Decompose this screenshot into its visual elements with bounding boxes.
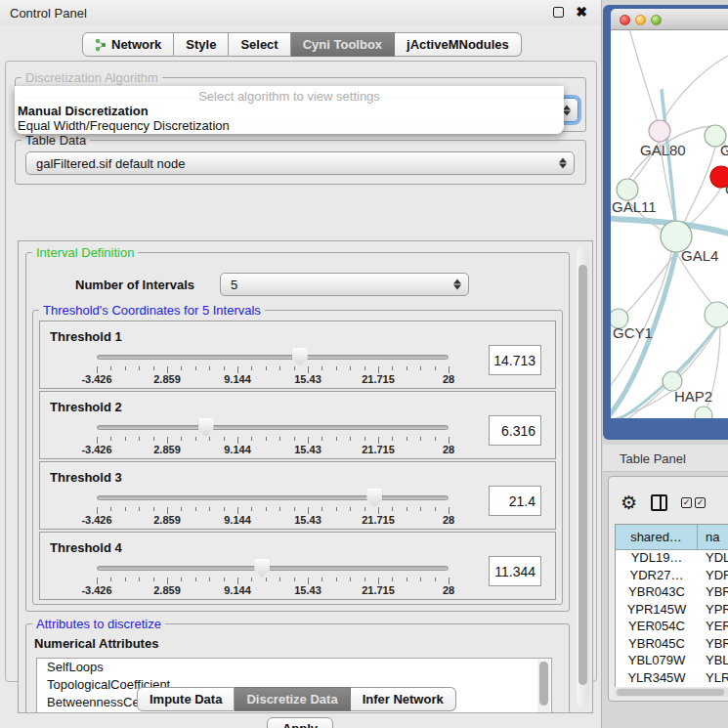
slider-tick-label: 9.144 [224,514,251,526]
slider-track[interactable] [97,355,449,360]
slider-tick [294,366,295,370]
slider-tick [308,578,309,584]
cell-name[interactable]: YDR2 [698,568,728,585]
apply-button[interactable]: Apply [267,717,333,728]
slider-tick [209,366,210,370]
split-table-icon[interactable] [651,494,667,511]
cell-name[interactable]: YBL0 [698,653,728,670]
table-hscrollbar-thumb[interactable] [617,689,724,696]
threshold-slider[interactable]: -3.4262.8599.14415.4321.71528 [97,558,449,597]
threshold-value-field[interactable]: 14.713 [489,345,541,375]
slider-tick [181,366,182,370]
close-icon[interactable]: ✖ [576,4,587,20]
slider-tick-label: 21.715 [362,584,395,596]
table-row[interactable]: YBR043CYBR0 [616,584,728,602]
network-window-titlebar[interactable] [611,9,728,30]
cell-shared-name[interactable]: YPR145W [616,602,698,620]
slider-thumb[interactable] [292,348,308,366]
slider-thumb[interactable] [366,489,382,507]
slider-track[interactable] [97,495,449,500]
slider-tick [279,578,280,581]
cell-shared-name[interactable]: YBR043C [616,584,698,602]
main-scrollbar[interactable] [577,247,589,707]
slider-tick [279,507,280,511]
table-data-combo-value: galFiltered.sif default node [36,156,185,171]
gear-icon[interactable]: ⚙ [621,493,637,512]
table-row[interactable]: YDL19…YDL1 [616,550,728,568]
cell-shared-name[interactable]: YBR045C [616,636,698,654]
network-node[interactable] [695,407,712,418]
threshold-row: Threshold 4-3.4262.8599.14415.4321.71528… [39,532,556,600]
tab-infer-network[interactable]: Infer Network [351,687,456,711]
cell-name[interactable]: YLR3 [698,670,728,688]
float-window-icon[interactable] [553,7,564,18]
algorithm-option[interactable]: Manual Discretization [15,104,564,118]
attributes-scrollbar[interactable] [537,660,550,713]
network-node[interactable] [649,120,670,142]
cell-shared-name[interactable]: YBL079W [616,653,698,670]
attributes-scrollbar-thumb[interactable] [539,662,548,706]
threshold-value-field[interactable]: 11.344 [489,556,541,586]
combo-stepper-icon [559,158,567,169]
tab-impute-data[interactable]: Impute Data [137,687,235,711]
cell-name[interactable]: YPR1 [698,602,728,620]
table-row[interactable]: YDR27…YDR2 [616,568,728,585]
cell-shared-name[interactable]: YER054C [616,619,698,636]
network-node[interactable] [617,179,638,200]
mac-zoom-icon[interactable] [651,15,662,25]
table-row[interactable]: YBL079WYBL0 [616,653,728,670]
threshold-value-field[interactable]: 6.316 [489,415,541,446]
threshold-slider[interactable]: -3.4262.8599.14415.4321.71528 [97,347,449,386]
threshold-value-field[interactable]: 21.4 [489,486,541,516]
network-canvas[interactable]: GAL80GACGAL11GAL4GCY1HHAP2 [611,30,728,418]
table-row[interactable]: YPR145WYPR1 [616,602,728,620]
slider-tick [224,437,225,441]
tab-network[interactable]: Network [82,32,174,57]
settings-scroll-panel: Interval Definition Number of Intervals … [18,240,593,713]
table-hscrollbar[interactable] [615,688,728,697]
algorithm-option[interactable]: Equal Width/Frequency Discretization [15,118,564,133]
slider-track[interactable] [97,566,449,571]
table-data-combo[interactable]: galFiltered.sif default node [25,151,575,175]
slider-track[interactable] [97,425,449,430]
network-node[interactable] [705,302,728,327]
checkbox-checked-icon[interactable]: ✓ [695,497,706,508]
tab-cyni-toolbox[interactable]: Cyni Toolbox [291,32,395,57]
node-table[interactable]: shared… na YDL19…YDL1YDR27…YDR2YBR043CYB… [615,524,728,687]
combo-stepper-icon [563,105,571,115]
tab-discretize-data[interactable]: Discretize Data [235,687,350,711]
slider-thumb[interactable] [254,559,270,578]
main-scrollbar-thumb[interactable] [578,265,587,685]
network-icon [95,38,107,52]
tab-select[interactable]: Select [229,32,290,57]
tab-style[interactable]: Style [174,32,229,57]
checkbox-checked-icon[interactable]: ✓ [681,497,692,508]
table-row[interactable]: YLR345WYLR3 [616,670,728,688]
number-of-intervals-combo[interactable]: 5 [220,273,469,296]
column-header-shared-name[interactable]: shared… [616,525,698,550]
cell-shared-name[interactable]: YLR345W [616,670,698,688]
table-row[interactable]: YER054CYER0 [616,619,728,636]
cell-name[interactable]: YBR0 [698,584,728,602]
numerical-attributes-label: Numerical Attributes [34,636,158,651]
cell-shared-name[interactable]: YDL19… [616,550,698,568]
table-row[interactable]: YBR045CYBR0 [616,636,728,654]
attribute-item[interactable]: SelfLoops [37,659,551,676]
control-panel-titlebar: Control Panel ✖ [0,0,601,25]
threshold-slider[interactable]: -3.4262.8599.14415.4321.71528 [97,488,449,527]
cell-name[interactable]: YBR0 [698,636,728,654]
cell-name[interactable]: YDL1 [698,550,728,568]
mac-close-icon[interactable] [620,15,630,25]
tab-jactivemnodules[interactable]: jActiveMNodules [395,32,522,57]
slider-tick [350,366,351,370]
column-header-name[interactable]: na [698,525,728,550]
slider-tick [364,507,365,511]
cell-shared-name[interactable]: YDR27… [616,568,698,585]
slider-thumb[interactable] [198,418,214,437]
mac-minimize-icon[interactable] [635,15,646,25]
threshold-slider[interactable]: -3.4262.8599.14415.4321.71528 [97,417,449,456]
slider-tick-label: 2.859 [153,514,181,526]
slider-tick [266,507,267,511]
slider-tick [195,437,196,441]
cell-name[interactable]: YER0 [698,619,728,636]
